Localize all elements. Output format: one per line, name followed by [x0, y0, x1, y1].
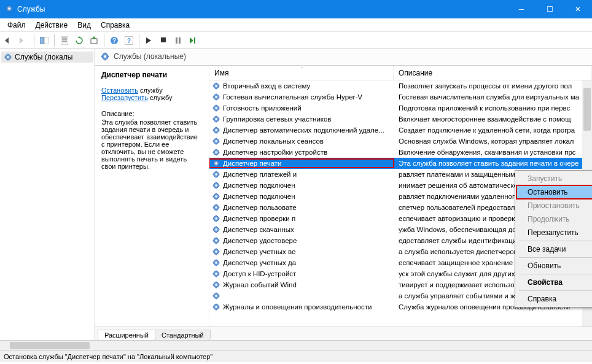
refresh-button[interactable]: [72, 34, 86, 47]
restart-service-link[interactable]: Перезапустить: [101, 94, 148, 101]
service-icon: [212, 225, 220, 234]
service-name-cell: Журналы и оповещения производительности: [223, 303, 372, 311]
service-desc-cell: Эта служба позволяет ставить задания печ…: [394, 160, 592, 167]
content-header: Службы (локальные): [95, 49, 592, 66]
properties-button[interactable]: [58, 34, 71, 47]
svg-rect-13: [161, 37, 166, 42]
restart-service-line: Перезапустить службу: [101, 94, 203, 101]
service-name-cell: Журнал событий Wind: [223, 281, 297, 288]
tab-extended[interactable]: Расширенный: [98, 330, 155, 340]
help2-button[interactable]: ?: [122, 34, 136, 47]
svg-text:?: ?: [112, 37, 116, 44]
service-row[interactable]: Диспетчер автоматических подключений уда…: [209, 125, 592, 136]
service-icon: [212, 82, 220, 90]
play-button[interactable]: [142, 34, 156, 47]
content-title: Службы (локальные): [114, 52, 186, 61]
service-row[interactable]: Диспетчер настройки устройствВключение о…: [209, 147, 592, 158]
pause-button[interactable]: [172, 34, 185, 47]
service-name-cell: Диспетчер учетных ве: [223, 248, 295, 255]
ctx-properties[interactable]: Свойства: [516, 276, 592, 289]
restart-button[interactable]: [187, 34, 200, 47]
svg-text:?: ?: [127, 37, 131, 44]
service-row[interactable]: Гостевая вычислительная служба Hyper-VГо…: [209, 91, 592, 103]
svg-rect-14: [176, 37, 177, 44]
tree-pane: Службы (локалы: [0, 49, 95, 340]
maximize-button[interactable]: ☐: [536, 0, 564, 18]
svg-rect-16: [194, 37, 195, 44]
service-desc-cell: Включение обнаружения, скачивания и уста…: [394, 149, 592, 156]
close-button[interactable]: ✕: [564, 0, 592, 18]
service-icon: [212, 292, 220, 300]
column-description[interactable]: Описание: [394, 66, 592, 80]
description-label: Описание:: [101, 110, 203, 117]
service-desc-cell: Подготовка приложений к использованию пр…: [394, 104, 592, 112]
service-name-cell: Гостевая вычислительная служба Hyper-V: [223, 93, 362, 101]
service-icon: [212, 303, 220, 311]
service-row[interactable]: Диспетчер печатиЭта служба позволяет ста…: [209, 158, 592, 169]
back-button[interactable]: [2, 34, 16, 47]
detail-pane: Диспетчер печати Остановить службу Перез…: [95, 66, 209, 327]
service-name-cell: Вторичный вход в систему: [223, 82, 310, 90]
column-name[interactable]: Имяˆ: [209, 66, 394, 80]
menu-file[interactable]: Файл: [2, 20, 31, 31]
service-name-cell: Готовность приложений: [223, 104, 302, 112]
ctx-all-tasks[interactable]: Все задачи: [516, 242, 592, 256]
tree-node-label: Службы (локалы: [15, 53, 72, 61]
ctx-refresh[interactable]: Обновить: [516, 259, 592, 273]
menu-action[interactable]: Действие: [31, 20, 73, 31]
menubar: Файл Действие Вид Справка: [0, 18, 592, 32]
ctx-help[interactable]: Справка: [516, 292, 592, 306]
export-button[interactable]: [87, 34, 101, 47]
svg-rect-8: [91, 39, 97, 44]
description-text: Эта служба позволяет ставить задания печ…: [101, 118, 203, 170]
tab-standard[interactable]: Стандартный: [155, 330, 211, 340]
service-row[interactable]: Диспетчер локальных сеансовОсновная служ…: [209, 136, 592, 147]
service-name-cell: Группировка сетевых участников: [223, 115, 331, 123]
service-icon: [212, 115, 220, 123]
svg-rect-15: [179, 37, 181, 44]
horizontal-scrollbar[interactable]: [0, 340, 592, 350]
service-name-cell: Диспетчер автоматических подключений уда…: [223, 126, 384, 134]
service-list: Имяˆ Описание Вторичный вход в системуПо…: [209, 66, 592, 327]
service-icon: [212, 236, 220, 245]
service-icon: [212, 181, 220, 190]
forward-button[interactable]: [17, 34, 31, 47]
stop-button[interactable]: [157, 34, 171, 47]
list-header: Имяˆ Описание: [209, 66, 592, 80]
stop-service-line: Остановить службу: [101, 87, 203, 94]
stop-service-link[interactable]: Остановить: [101, 87, 138, 94]
service-desc-cell: Включает многостороннее взаимодействие с…: [394, 115, 592, 123]
service-row[interactable]: Группировка сетевых участниковВключает м…: [209, 114, 592, 125]
svg-rect-3: [44, 37, 49, 44]
statusbar: Остановка службы "Диспетчер печати" на "…: [0, 350, 592, 362]
service-icon: [212, 214, 220, 223]
service-icon: [212, 104, 220, 112]
ctx-restart[interactable]: Перезапустить: [516, 226, 592, 239]
service-name-cell: Доступ к HID-устройст: [223, 270, 296, 277]
service-name-cell: Диспетчер проверки п: [223, 215, 295, 222]
context-menu: Запустить Остановить Приостановить Продо…: [515, 170, 592, 308]
service-row[interactable]: Готовность приложенийПодготовка приложен…: [209, 103, 592, 114]
service-name-cell: Диспетчер пользовате: [223, 204, 297, 211]
service-icon: [212, 192, 220, 201]
menu-help[interactable]: Справка: [96, 20, 134, 31]
ctx-resume: Продолжить: [516, 212, 592, 226]
service-icon: [212, 137, 220, 145]
show-hide-button[interactable]: [37, 34, 51, 47]
service-row[interactable]: Вторичный вход в системуПозволяет запуск…: [209, 80, 592, 91]
titlebar: Службы ─ ☐ ✕: [0, 0, 592, 18]
ctx-pause: Приостановить: [516, 199, 592, 212]
minimize-button[interactable]: ─: [507, 0, 536, 18]
service-icon: [212, 148, 220, 157]
tree-node-services[interactable]: Службы (локалы: [1, 52, 93, 63]
service-icon: [212, 203, 220, 212]
tab-bar: Расширенный Стандартный: [95, 327, 592, 340]
service-name-cell: Диспетчер настройки устройств: [223, 149, 327, 156]
service-icon: [212, 269, 220, 278]
ctx-stop[interactable]: Остановить: [516, 185, 592, 199]
toolbar: ? ?: [0, 32, 592, 49]
menu-view[interactable]: Вид: [72, 20, 96, 31]
service-icon: [212, 126, 220, 134]
help-button[interactable]: ?: [107, 34, 121, 47]
ctx-start: Запустить: [516, 172, 592, 185]
